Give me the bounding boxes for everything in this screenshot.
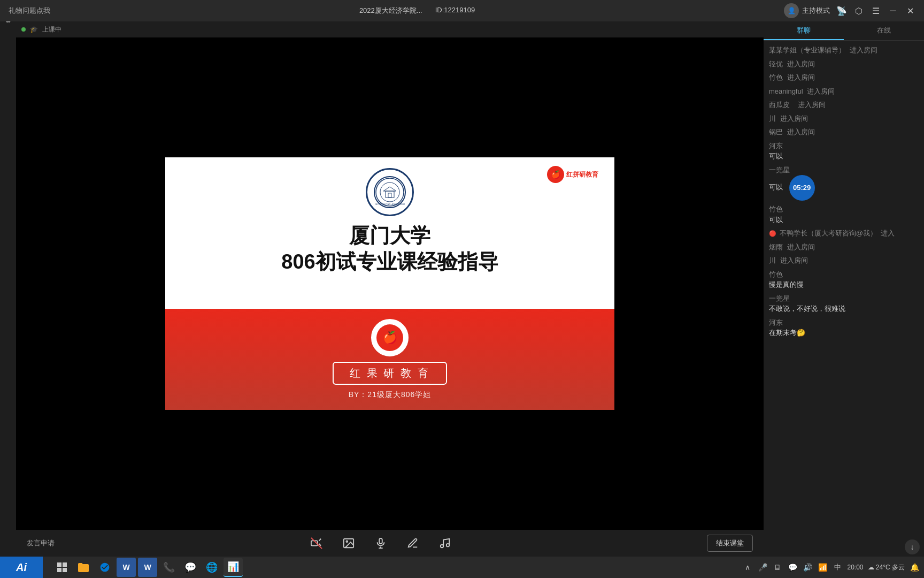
browser-app-icon[interactable]: 🌐	[202, 558, 221, 577]
wechat-sys-icon[interactable]: 💬	[787, 562, 798, 573]
slide-brand-box: 红 果 研 教 育	[333, 362, 446, 385]
taskbar-right-area: ∧ 🎤 🖥 💬 🔊 📶 中 20:00 ☁ 24°C 多云 🔔	[742, 562, 920, 573]
close-icon[interactable]: ✕	[905, 5, 915, 16]
tab-group-chat-label: 群聊	[797, 26, 811, 35]
mic-btn[interactable]	[371, 534, 390, 553]
list-item: 河东 可以	[769, 141, 919, 162]
stream-id: ID:12219109	[435, 6, 475, 16]
toolbar-center	[307, 534, 455, 553]
taskbar: Ai W W 📞 💬 🌐 📊 ∧ 🎤 🖥 💬 🔊 📶 中	[0, 557, 924, 578]
weather-info: ☁ 24°C 多云	[868, 563, 905, 572]
msg-enter: 进入房间	[798, 101, 826, 109]
status-dot	[21, 27, 26, 32]
chat-messages[interactable]: 某某学姐（专业课辅导） 进入房间 轻优 进入房间 竹色 进入房间 meaning…	[764, 41, 924, 537]
svg-point-12	[441, 545, 444, 548]
svg-rect-2	[386, 191, 394, 197]
title-bar: 礼物问题点我 2022厦大经济学院... ID:12219109 👤 主持模式 …	[0, 0, 924, 21]
list-item: 竹色 可以	[769, 204, 919, 225]
list-item: 轻优 进入房间	[769, 59, 919, 70]
mic-sys-icon[interactable]: 🎤	[757, 562, 768, 573]
camera-off-btn[interactable]	[307, 534, 326, 553]
msg-sender: 西瓜皮	[769, 101, 794, 109]
tab-online[interactable]: 在线	[844, 21, 924, 40]
folder-app-icon[interactable]	[74, 558, 93, 577]
minimize-icon[interactable]: ─	[888, 5, 898, 16]
apple-logo-circle: 🍎	[371, 319, 409, 356]
msg-enter: 进入房间	[787, 243, 815, 251]
titlebar-left-text: 礼物问题点我	[9, 6, 50, 16]
bottom-toolbar: 发言申请	[16, 530, 764, 557]
music-btn[interactable]	[435, 534, 455, 553]
presentation-app-icon[interactable]: 📊	[224, 558, 243, 577]
edit-btn[interactable]	[403, 534, 422, 553]
wechat-app-icon[interactable]: 💬	[181, 558, 200, 577]
brand-apple-small: 🍎	[547, 166, 564, 183]
msg-content: 慢是真的慢	[769, 280, 804, 288]
msg-sender: 轻优	[769, 60, 783, 68]
scroll-down-btn[interactable]: ↓	[905, 539, 920, 554]
special-badge: 🔴	[769, 230, 776, 237]
list-item: 🔴 不鸭学长（厦大考研咨询@我） 进入	[769, 228, 919, 239]
msg-sender: 锅巴	[769, 128, 783, 136]
up-arrow-icon[interactable]: ∧	[742, 562, 753, 573]
grid-app-icon[interactable]	[52, 558, 72, 577]
list-item: 竹色 进入房间	[769, 72, 919, 83]
share-icon[interactable]: ⬡	[853, 5, 864, 16]
lang-icon[interactable]: 中	[832, 562, 843, 573]
status-label: 🎓	[30, 26, 38, 33]
slide-presentation: 🍎 红拼研教育	[165, 157, 614, 410]
speaker-icon[interactable]: 🔊	[802, 562, 813, 573]
broadcast-icon[interactable]: 📡	[836, 5, 847, 16]
msg-sender: 某某学姐（专业课辅导）	[769, 46, 845, 54]
request-speak-btn[interactable]: 发言申请	[27, 538, 55, 548]
right-sidebar: 群聊 在线 某某学姐（专业课辅导） 进入房间 轻优 进入房间 竹色 进入房间 m…	[764, 21, 924, 557]
list-item: 一兜星 不敢说，不好说，很难说	[769, 293, 919, 314]
list-item: 川 进入房间	[769, 113, 919, 124]
msg-enter: 进入	[881, 229, 895, 237]
seal-inner: UNIVERSITAS AMOIENSIS	[374, 176, 406, 208]
svg-rect-17	[63, 568, 67, 572]
msg-content: 可以	[769, 216, 783, 224]
display-icon[interactable]: 🖥	[772, 562, 783, 573]
msg-enter: 进入房间	[787, 73, 815, 81]
list-item: 一兜星 可以 05:29	[769, 165, 919, 201]
menu-icon[interactable]: ☰	[871, 5, 881, 16]
msg-sender: 竹色	[769, 73, 783, 81]
titlebar-center: 2022厦大经济学院... ID:12219109	[359, 6, 475, 16]
list-item: meaningful 进入房间	[769, 86, 919, 97]
network-icon[interactable]: 📶	[817, 562, 828, 573]
chat-tabs: 群聊 在线	[764, 21, 924, 41]
msg-sender: 河东	[769, 142, 783, 150]
brand-box-text: 红 果 研 教 育	[350, 367, 429, 379]
slide-brand-top: 🍎 红拼研教育	[547, 166, 598, 183]
list-item: 烟雨 进入房间	[769, 242, 919, 253]
msg-enter: 进入房间	[787, 128, 815, 136]
msg-sender: 川	[769, 115, 776, 123]
image-btn[interactable]	[339, 534, 358, 553]
host-avatar: 👤	[784, 3, 799, 18]
edge-app-icon[interactable]	[95, 558, 114, 577]
list-item: 竹色 慢是真的慢	[769, 269, 919, 290]
notification-icon[interactable]: 🔔	[909, 562, 920, 573]
slide-title-line1: 厦门大学	[281, 223, 498, 249]
msg-sender: meaningful	[769, 87, 803, 95]
svg-marker-3	[383, 187, 396, 191]
list-item: 锅巴 进入房间	[769, 127, 919, 138]
svg-rect-9	[379, 538, 382, 544]
msg-enter: 进入房间	[780, 256, 808, 264]
end-class-btn[interactable]: 结束课堂	[707, 535, 753, 552]
tab-group-chat[interactable]: 群聊	[764, 21, 844, 40]
word-app-icon[interactable]: W	[117, 558, 136, 577]
svg-text:UNIVERSITAS AMOIENSIS: UNIVERSITAS AMOIENSIS	[375, 203, 405, 206]
word2-app-icon[interactable]: W	[138, 558, 157, 577]
meeting-app-icon[interactable]: 📞	[159, 558, 179, 577]
list-item: 西瓜皮 进入房间	[769, 100, 919, 110]
msg-content: 在期末考🤔	[769, 329, 805, 337]
msg-sender: 川	[769, 256, 776, 264]
video-top-black	[16, 37, 764, 86]
svg-point-1	[380, 182, 399, 202]
university-seal: UNIVERSITAS AMOIENSIS	[366, 168, 414, 216]
svg-point-8	[346, 541, 348, 542]
msg-enter: 进入房间	[850, 46, 877, 54]
msg-content: 不敢说，不好说，很难说	[769, 305, 845, 313]
